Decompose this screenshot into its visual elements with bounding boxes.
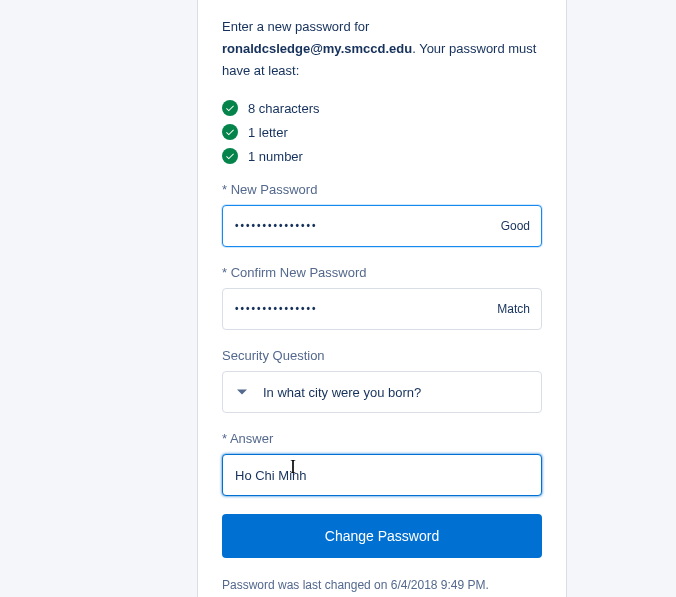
change-password-button[interactable]: Change Password [222,514,542,558]
password-mask: ••••••••••••••• [235,220,318,231]
chevron-down-icon [237,390,247,395]
confirm-password-label: * Confirm New Password [222,265,542,280]
answer-input[interactable] [222,454,542,496]
requirement-item: 8 characters [222,100,542,116]
requirement-label: 8 characters [248,101,320,116]
security-question-value: In what city were you born? [263,385,421,400]
answer-label: * Answer [222,431,542,446]
requirement-label: 1 number [248,149,303,164]
new-password-label: * New Password [222,182,542,197]
check-icon [222,148,238,164]
intro-email: ronaldcsledge@my.smccd.edu [222,41,412,56]
check-icon [222,100,238,116]
check-icon [222,124,238,140]
requirement-item: 1 number [222,148,542,164]
requirement-label: 1 letter [248,125,288,140]
new-password-input[interactable]: ••••••••••••••• [222,205,542,247]
confirm-password-input[interactable]: ••••••••••••••• [222,288,542,330]
last-changed-footnote: Password was last changed on 6/4/2018 9:… [222,578,542,592]
security-question-label: Security Question [222,348,542,363]
requirement-item: 1 letter [222,124,542,140]
requirements-list: 8 characters 1 letter 1 number [222,100,542,164]
intro-prefix: Enter a new password for [222,19,369,34]
intro-text: Enter a new password for ronaldcsledge@m… [222,16,542,82]
security-question-select[interactable]: In what city were you born? [222,371,542,413]
change-password-card: Enter a new password for ronaldcsledge@m… [197,0,567,597]
password-mask: ••••••••••••••• [235,303,318,314]
